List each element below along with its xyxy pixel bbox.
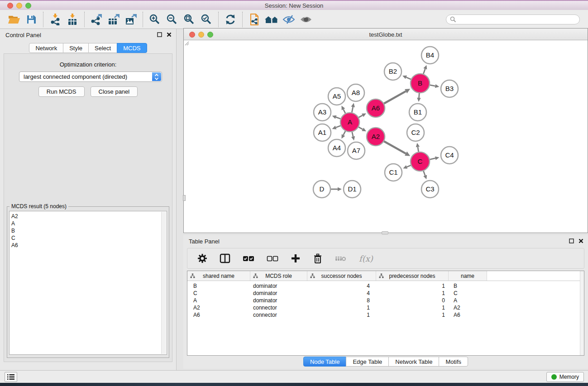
tab-select[interactable]: Select bbox=[88, 43, 117, 53]
mcds-result-item[interactable]: A2 bbox=[11, 213, 167, 220]
network-window-titlebar[interactable]: testGlobe.txt bbox=[184, 29, 588, 40]
table-settings-button[interactable] bbox=[197, 253, 207, 263]
table-cell: 1 bbox=[376, 290, 449, 296]
tab-style[interactable]: Style bbox=[63, 43, 89, 53]
graph-edge-arrowhead bbox=[423, 175, 427, 179]
graph-edge-B-B4[interactable] bbox=[423, 69, 425, 74]
column-header-shared-name[interactable]: shared name bbox=[187, 271, 250, 281]
graph-edge-B-B3[interactable] bbox=[430, 85, 435, 86]
table-row[interactable]: A6connector11A6 bbox=[187, 311, 584, 319]
deselect-all-button[interactable] bbox=[267, 255, 278, 262]
table-cell: A bbox=[187, 297, 250, 304]
column-header-predecessor-nodes[interactable]: predecessor nodes bbox=[376, 271, 449, 281]
graph-edge-A-A5[interactable] bbox=[344, 110, 346, 114]
close-panel-icon[interactable] bbox=[167, 32, 172, 37]
fx-icon: f(x) bbox=[359, 254, 373, 263]
graph-edge-C-C1[interactable] bbox=[407, 165, 411, 167]
import-table-button[interactable] bbox=[65, 12, 80, 27]
column-header-successor-nodes[interactable]: successor nodes bbox=[307, 271, 376, 281]
graph-edge-A-A2[interactable] bbox=[359, 127, 363, 129]
mcds-result-item[interactable]: B bbox=[11, 227, 167, 234]
table-cell: A2 bbox=[449, 305, 487, 311]
mcds-result-item[interactable]: A6 bbox=[11, 242, 167, 249]
select-stepper[interactable] bbox=[152, 72, 161, 81]
tab-mcds[interactable]: MCDS bbox=[117, 43, 147, 53]
memory-button[interactable]: Memory bbox=[546, 372, 584, 382]
graph-edge-A-A7[interactable] bbox=[352, 132, 353, 136]
zoom-selected-button[interactable] bbox=[199, 12, 214, 27]
delete-column-button-disabled bbox=[335, 255, 347, 262]
horizontal-splitter-handle[interactable] bbox=[382, 231, 388, 234]
zoom-fit-button[interactable] bbox=[182, 12, 197, 27]
graph-edge-A-A8[interactable] bbox=[352, 107, 353, 112]
table-row[interactable]: Adominator80A bbox=[187, 297, 584, 304]
open-session-button[interactable] bbox=[6, 12, 22, 27]
tab-motifs[interactable]: Motifs bbox=[439, 357, 468, 367]
select-all-button[interactable] bbox=[243, 255, 254, 262]
tab-node-table[interactable]: Node Table bbox=[303, 357, 347, 367]
application-window: Session: New Session bbox=[0, 0, 588, 386]
table-cell: 4 bbox=[307, 290, 376, 296]
network-graph[interactable]: AA1A2A3A4A5A6A7A8BB1B2B3B4CC1C2C3C4DD1 bbox=[184, 40, 588, 233]
table-cell: 1 bbox=[307, 312, 376, 318]
graph-edge-A-A6[interactable] bbox=[359, 115, 363, 118]
resize-grip-icon[interactable] bbox=[184, 40, 189, 46]
result-list-scrollbar[interactable] bbox=[161, 212, 166, 354]
mcds-result-group: MCDS result (5 nodes) A2ABCA6 bbox=[7, 206, 169, 358]
graph-node-label-D: D bbox=[320, 185, 325, 193]
graph-edge-B-B2[interactable] bbox=[406, 77, 411, 80]
tab-network-table[interactable]: Network Table bbox=[388, 357, 439, 367]
table-row[interactable]: Bdominator41B bbox=[187, 282, 584, 290]
panel-splitter-handle[interactable] bbox=[183, 195, 186, 201]
refresh-button[interactable] bbox=[223, 12, 238, 27]
run-mcds-button[interactable]: Run MCDS bbox=[38, 86, 85, 97]
search-field[interactable] bbox=[446, 14, 580, 24]
export-table-button[interactable] bbox=[106, 12, 121, 27]
graph-edge-arrowhead bbox=[332, 115, 337, 119]
graph-edge-C-C3[interactable] bbox=[423, 171, 425, 176]
graph-edge-B-B1[interactable] bbox=[419, 93, 419, 98]
task-history-button[interactable] bbox=[5, 372, 17, 382]
split-table-button[interactable] bbox=[220, 253, 230, 263]
stepper-chevrons-icon bbox=[154, 73, 159, 81]
export-table-icon bbox=[108, 14, 120, 25]
home-layout-button[interactable] bbox=[264, 12, 279, 27]
show-details-button[interactable] bbox=[298, 12, 314, 27]
zoom-in-button[interactable] bbox=[147, 12, 163, 27]
import-network-button[interactable] bbox=[48, 12, 63, 27]
save-session-button[interactable] bbox=[24, 12, 39, 27]
close-panel-icon[interactable] bbox=[578, 238, 583, 243]
graph-edge-C-C4[interactable] bbox=[430, 158, 435, 160]
graph-edge-A-A3[interactable] bbox=[336, 117, 340, 119]
delete-button[interactable] bbox=[313, 253, 323, 264]
eye-slash-icon bbox=[282, 14, 295, 25]
export-network-button[interactable] bbox=[89, 12, 104, 27]
table-row[interactable]: Cdominator41C bbox=[187, 290, 584, 297]
tab-network[interactable]: Network bbox=[29, 43, 63, 53]
graph-edge-A2-C[interactable] bbox=[384, 141, 406, 153]
add-button[interactable] bbox=[291, 253, 301, 263]
table-cell: C bbox=[449, 290, 487, 296]
mcds-result-item[interactable]: A bbox=[11, 220, 167, 227]
column-header-mcds-role[interactable]: MCDS role bbox=[250, 271, 307, 281]
document-network-button[interactable] bbox=[247, 12, 262, 27]
graph-edge-arrowhead bbox=[435, 157, 440, 160]
graph-edge-A-A1[interactable] bbox=[336, 126, 340, 128]
network-canvas[interactable]: AA1A2A3A4A5A6A7A8BB1B2B3B4CC1C2C3C4DD1 bbox=[184, 40, 588, 233]
hide-details-button[interactable] bbox=[281, 12, 296, 27]
tab-edge-table[interactable]: Edge Table bbox=[346, 357, 389, 367]
graph-edge-C-C2[interactable] bbox=[418, 147, 419, 152]
zoom-out-button[interactable] bbox=[164, 12, 180, 27]
export-image-button[interactable] bbox=[123, 12, 139, 27]
mcds-result-item[interactable]: C bbox=[11, 234, 167, 242]
graph-edge-A-A4[interactable] bbox=[344, 131, 346, 135]
float-panel-icon[interactable] bbox=[157, 32, 162, 37]
column-header-name[interactable]: name bbox=[449, 271, 487, 281]
criterion-select[interactable]: largest connected component (directed) bbox=[19, 71, 162, 82]
graph-edge-A6-B[interactable] bbox=[384, 91, 406, 104]
table-row[interactable]: A2connector11A2 bbox=[187, 304, 584, 311]
table-scrollbar[interactable] bbox=[580, 271, 584, 355]
mcds-result-list[interactable]: A2ABCA6 bbox=[9, 211, 167, 355]
float-panel-icon[interactable] bbox=[569, 238, 574, 243]
close-panel-button[interactable]: Close panel bbox=[91, 86, 138, 97]
